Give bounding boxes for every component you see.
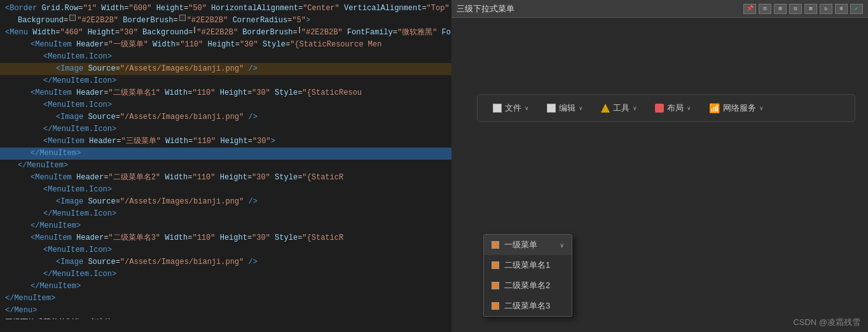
code-line: <MenuItem Header="二级菜单名2" Width="110" He…: [0, 172, 451, 184]
menu-item-file-label: 文件: [505, 102, 521, 114]
dropdown-trigger-label: 一级菜单: [504, 239, 537, 251]
layout-icon: [655, 104, 664, 113]
window-titlebar: 三级下拉式菜单 📌 ⊡ ⊞ ⊟ ⊠ ↻ ⊗ ✔: [451, 0, 868, 18]
menu-item-file[interactable]: 文件 ∨: [485, 98, 537, 118]
menu-icon-primary: [492, 241, 499, 249]
code-line: <Menu Width="460" Height="30" Background…: [0, 27, 451, 39]
dropdown-menu: 一级菜单 ∨ 二级菜单名1 二级菜单名2 二级菜单名3: [483, 234, 572, 317]
dropdown-item-3[interactable]: 二级菜单名3: [484, 296, 572, 316]
code-line: </MenuItem.Icon>: [0, 208, 451, 220]
top-menubar: 文件 ∨ 编辑 ∨ 工具 ∨ 布局 ∨ 📶 网络服务 ∨: [477, 94, 855, 122]
restore-button[interactable]: ⊡: [759, 4, 771, 14]
code-line: <MenuItem.Icon>: [0, 244, 451, 256]
dropdown-item-1[interactable]: 二级菜单名1: [484, 255, 572, 275]
code-line: </MenuItem>: [0, 220, 451, 232]
menu-item-tool-label: 工具: [613, 102, 630, 114]
chevron-down-icon-3: ∨: [633, 105, 637, 111]
menu-item-edit[interactable]: 编辑 ∨: [539, 98, 591, 118]
code-line: </MenuItem.Icon>: [0, 268, 451, 280]
code-line: <MenuItem Header="一级菜单" Width="110" Heig…: [0, 39, 451, 51]
dropdown-trigger-item[interactable]: 一级菜单 ∨: [484, 235, 572, 255]
menu-icon-sub2: [492, 282, 499, 289]
tool-icon: [601, 104, 610, 113]
code-line: <MenuItem.Icon>: [0, 184, 451, 196]
code-line: <MenuItem Header="三级菜单" Width="110" Heig…: [0, 135, 451, 148]
chevron-down-icon: ∨: [525, 105, 529, 111]
code-line: </MenuItem>: [0, 293, 451, 305]
settings-button[interactable]: ⊗: [835, 4, 848, 14]
menu-icon-sub1: [492, 261, 499, 269]
dropdown-item-1-label: 二级菜单名1: [504, 259, 550, 271]
chevron-down-icon-5: ∨: [759, 105, 764, 111]
split-button[interactable]: ⊟: [789, 4, 802, 14]
pin-button[interactable]: 📌: [743, 4, 756, 14]
code-line: <MenuItem.Icon>: [0, 51, 451, 63]
split2-button[interactable]: ⊠: [804, 4, 817, 14]
code-line: </MenuItem>: [0, 160, 451, 172]
code-line-bottom: 三级下拉式菜单的制作，点这处: [0, 317, 451, 319]
code-line: <Image Source="/Assets/Images/bianji.png…: [0, 256, 451, 268]
code-line: </MenuItem.Icon>: [0, 123, 451, 135]
attribution-text: CSDN @凌霜残雪: [793, 317, 860, 328]
edit-icon: [547, 104, 556, 113]
menu-item-layout-label: 布局: [667, 102, 684, 114]
menu-item-network[interactable]: 📶 网络服务 ∨: [701, 98, 771, 118]
dropdown-item-2-label: 二级菜单名2: [504, 280, 550, 291]
menu-item-edit-label: 编辑: [559, 102, 575, 114]
network-icon: 📶: [709, 103, 720, 113]
code-line: <MenuItem Header="二级菜单名1" Width="110" He…: [0, 87, 451, 99]
chevron-right-icon: ∨: [560, 242, 564, 249]
menu-item-layout[interactable]: 布局 ∨: [647, 98, 699, 118]
code-line: <Image Source="/Assets/Images/bianji.png…: [0, 196, 451, 208]
code-line-highlighted: </MenuItem>: [0, 148, 451, 160]
snap-button[interactable]: ⊞: [774, 4, 787, 14]
code-line: </MenuItem.Icon>: [0, 75, 451, 87]
chevron-down-icon-4: ∨: [687, 105, 691, 111]
code-line: <Image Source="/Assets/Images/bianji.png…: [0, 111, 451, 123]
code-line: <MenuItem.Icon>: [0, 99, 451, 111]
preview-panel: 三级下拉式菜单 📌 ⊡ ⊞ ⊟ ⊠ ↻ ⊗ ✔ 文件 ∨ 编辑 ∨: [451, 0, 868, 332]
window-title: 三级下拉式菜单: [457, 3, 743, 15]
dropdown-item-3-label: 二级菜单名3: [504, 300, 550, 312]
file-icon: [493, 104, 502, 113]
window-controls[interactable]: 📌 ⊡ ⊞ ⊟ ⊠ ↻ ⊗ ✔: [743, 4, 863, 14]
code-line-source: <Image Source="/Assets/Images/bianji.png…: [0, 63, 451, 75]
dropdown-item-2[interactable]: 二级菜单名2: [484, 275, 572, 296]
menu-area: 文件 ∨ 编辑 ∨ 工具 ∨ 布局 ∨ 📶 网络服务 ∨: [451, 18, 868, 240]
code-line: <Border Grid.Row="1" Width="600" Height=…: [0, 3, 451, 15]
code-line: </Menu>: [0, 305, 451, 317]
menu-item-tool[interactable]: 工具 ∨: [593, 98, 645, 118]
code-line: <MenuItem Header="二级菜单名3" Width="110" He…: [0, 232, 451, 244]
code-line: Background="#2E2B2B" BorderBrush="#2E2B2…: [0, 15, 451, 27]
menu-item-network-label: 网络服务: [723, 102, 756, 114]
chevron-down-icon-2: ∨: [579, 105, 583, 111]
code-line: </MenuItem>: [0, 280, 451, 293]
menu-icon-sub3: [492, 302, 499, 310]
check-button[interactable]: ✔: [850, 4, 863, 14]
refresh-button[interactable]: ↻: [820, 4, 832, 14]
code-editor-panel: <Border Grid.Row="1" Width="600" Height=…: [0, 0, 451, 332]
code-content: <Border Grid.Row="1" Width="600" Height=…: [0, 0, 451, 319]
